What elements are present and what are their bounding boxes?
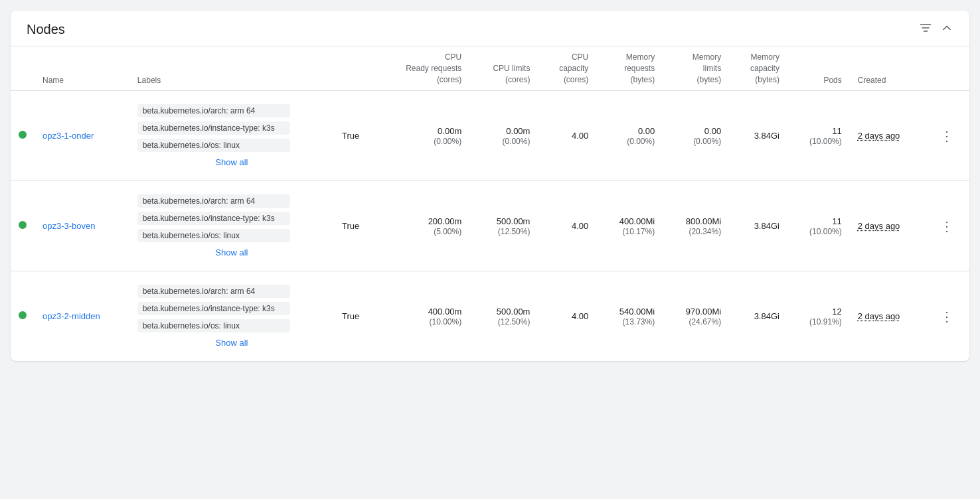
th-cpu-capacity: CPUcapacity(cores) [538, 46, 596, 91]
name-cell: opz3-1-onder [35, 91, 129, 181]
nodes-panel: Nodes Name Labels [11, 11, 969, 361]
memory-limits-cell: 800.00Mi(20.34%) [663, 181, 729, 271]
filter-icon[interactable] [919, 21, 932, 38]
pods-cell: 12(10.91%) [787, 271, 850, 362]
th-cpu-requests: CPUReady requests(cores) [377, 46, 469, 91]
pods-cell: 11(10.00%) [787, 91, 850, 181]
cpu-requests-cell: 200.00m(5.00%) [377, 181, 469, 271]
th-memory-limits: Memorylimits(bytes) [663, 46, 729, 91]
label-chip: beta.kubernetes.io/os: linux [137, 139, 290, 152]
table-row: opz3-2-midden beta.kubernetes.io/arch: a… [11, 271, 969, 362]
created-cell: 2 days ago [850, 271, 925, 362]
cpu-requests-cell: 0.00m(0.00%) [377, 91, 469, 181]
nodes-table-wrapper: Name Labels CPUReady requests(cores) CPU… [11, 46, 969, 361]
collapse-icon[interactable] [940, 21, 953, 38]
cpu-limits-cell: 500.00m(12.50%) [469, 181, 538, 271]
label-chip: beta.kubernetes.io/arch: arm 64 [137, 194, 290, 208]
th-status [11, 46, 35, 91]
more-cell: ⋮ [925, 91, 969, 181]
th-labels: Labels [129, 46, 334, 91]
labels-cell: beta.kubernetes.io/arch: arm 64 beta.kub… [129, 91, 334, 181]
label-chip: beta.kubernetes.io/arch: arm 64 [137, 104, 290, 117]
cpu-capacity-cell: 4.00 [538, 181, 596, 271]
memory-requests-cell: 400.00Mi(10.17%) [596, 181, 663, 271]
memory-capacity-cell: 3.84Gi [729, 91, 787, 181]
memory-requests-cell: 0.00(0.00%) [596, 91, 663, 181]
created-cell: 2 days ago [850, 181, 925, 271]
label-chip: beta.kubernetes.io/instance-type: k3s [137, 121, 290, 135]
name-cell: opz3-2-midden [35, 271, 129, 362]
name-cell: opz3-3-boven [35, 181, 129, 271]
status-dot [19, 311, 27, 319]
panel-header: Nodes [11, 11, 969, 46]
label-chip: beta.kubernetes.io/os: linux [137, 319, 290, 332]
status-cell [11, 91, 35, 181]
cpu-limits-cell: 0.00m(0.00%) [469, 91, 538, 181]
nodes-tbody: opz3-1-onder beta.kubernetes.io/arch: ar… [11, 91, 969, 362]
pods-cell: 11(10.00%) [787, 181, 850, 271]
status-cell [11, 271, 35, 362]
cpu-capacity-cell: 4.00 [538, 271, 596, 362]
table-header: Name Labels CPUReady requests(cores) CPU… [11, 46, 969, 91]
more-cell: ⋮ [925, 181, 969, 271]
th-actions [925, 46, 969, 91]
table-row: opz3-1-onder beta.kubernetes.io/arch: ar… [11, 91, 969, 181]
th-memory-capacity: Memorycapacity(bytes) [729, 46, 787, 91]
memory-capacity-cell: 3.84Gi [729, 181, 787, 271]
labels-cell: beta.kubernetes.io/arch: arm 64 beta.kub… [129, 181, 334, 271]
ready-cell: True [334, 181, 377, 271]
th-created: Created [850, 46, 925, 91]
memory-requests-cell: 540.00Mi(13.73%) [596, 271, 663, 362]
th-pods: Pods [787, 46, 850, 91]
show-all-button[interactable]: Show all [137, 338, 326, 348]
panel-title: Nodes [27, 22, 65, 37]
more-cell: ⋮ [925, 271, 969, 362]
cpu-limits-cell: 500.00m(12.50%) [469, 271, 538, 362]
ready-cell: True [334, 271, 377, 362]
node-name-link[interactable]: opz3-3-boven [42, 221, 96, 231]
label-chip: beta.kubernetes.io/arch: arm 64 [137, 285, 290, 298]
th-memory-requests: Memoryrequests(bytes) [596, 46, 663, 91]
label-chip: beta.kubernetes.io/instance-type: k3s [137, 302, 290, 315]
nodes-table: Name Labels CPUReady requests(cores) CPU… [11, 46, 969, 361]
th-ready [334, 46, 377, 91]
status-cell [11, 181, 35, 271]
ready-cell: True [334, 91, 377, 181]
more-menu-icon[interactable]: ⋮ [938, 307, 956, 326]
th-cpu-limits: CPU limits(cores) [469, 46, 538, 91]
show-all-button[interactable]: Show all [137, 157, 326, 167]
th-name: Name [35, 46, 129, 91]
labels-cell: beta.kubernetes.io/arch: arm 64 beta.kub… [129, 271, 334, 362]
label-chip: beta.kubernetes.io/instance-type: k3s [137, 212, 290, 225]
memory-limits-cell: 970.00Mi(24.67%) [663, 271, 729, 362]
label-chip: beta.kubernetes.io/os: linux [137, 229, 290, 242]
table-row: opz3-3-boven beta.kubernetes.io/arch: ar… [11, 181, 969, 271]
more-menu-icon[interactable]: ⋮ [938, 216, 956, 236]
created-cell: 2 days ago [850, 91, 925, 181]
cpu-requests-cell: 400.00m(10.00%) [377, 271, 469, 362]
node-name-link[interactable]: opz3-1-onder [42, 131, 94, 141]
cpu-capacity-cell: 4.00 [538, 91, 596, 181]
memory-capacity-cell: 3.84Gi [729, 271, 787, 362]
more-menu-icon[interactable]: ⋮ [938, 126, 956, 146]
header-actions [919, 21, 953, 38]
show-all-button[interactable]: Show all [137, 248, 326, 257]
node-name-link[interactable]: opz3-2-midden [42, 311, 100, 321]
status-dot [19, 131, 27, 139]
memory-limits-cell: 0.00(0.00%) [663, 91, 729, 181]
status-dot [19, 221, 27, 229]
